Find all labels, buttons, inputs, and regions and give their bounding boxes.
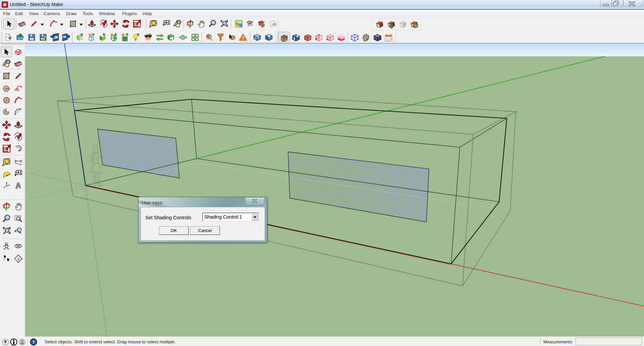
svg-text:C: C: [17, 256, 18, 258]
svg-text:?: ?: [32, 340, 35, 345]
svg-text:?: ?: [267, 35, 270, 40]
